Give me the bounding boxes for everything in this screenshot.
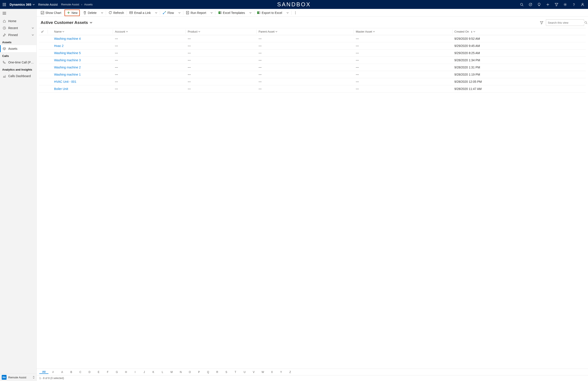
up-down-icon[interactable] [33,376,35,379]
jump-letter[interactable]: M [167,371,176,374]
jump-letter[interactable]: T [231,371,240,374]
cell-product: --- [186,42,256,49]
jump-letter[interactable]: Z [286,371,295,374]
jump-letter[interactable]: L [158,371,167,374]
asset-name-link[interactable]: Hvac 2 [54,44,64,48]
excel-tpl-dropdown[interactable] [247,10,254,16]
search-icon[interactable] [584,21,587,24]
jump-letter[interactable]: E [94,371,103,374]
jump-letter[interactable]: # [48,371,58,374]
jump-letter[interactable]: Q [204,371,213,374]
jump-letter[interactable]: H [121,371,130,374]
col-parent-label: Parent Asset [258,30,274,33]
svg-rect-3 [3,4,3,5]
jump-letter[interactable]: W [258,371,267,374]
nav-onetime-call[interactable]: One-time Call (Previ... [0,59,37,66]
new-button[interactable]: New [64,10,80,16]
table-row[interactable]: Washing machine 2------------9/28/2020 1… [39,64,586,71]
col-parent[interactable]: Parent Asset [256,28,354,35]
jump-letter[interactable]: All [39,370,48,374]
col-created-label: Created On [454,30,469,33]
jump-letter[interactable]: U [240,371,249,374]
breadcrumb-page[interactable]: Assets [84,3,93,6]
delete-dropdown[interactable] [99,10,105,16]
app-launcher-icon[interactable] [2,2,7,7]
asset-name-link[interactable]: Washing Machine 5 [54,51,81,55]
jump-letter[interactable]: P [194,371,204,374]
email-link-button[interactable]: Email a Link [127,10,153,16]
jump-letter[interactable]: O [185,371,194,374]
asset-name-link[interactable]: HVAC Unit - 001 [54,80,76,84]
app-name[interactable]: Dynamics 365 [10,3,31,6]
help-icon[interactable] [572,3,576,6]
hamburger-icon[interactable] [0,9,37,18]
excel-templates-button[interactable]: XExcel Templates [216,10,247,16]
col-master[interactable]: Master Asset [354,28,452,35]
email-dropdown[interactable] [153,10,159,16]
flow-button[interactable]: Flow [161,10,176,16]
col-created[interactable]: Created On [452,28,586,35]
jump-letter[interactable]: G [112,371,121,374]
nav-calls-dashboard[interactable]: Calls Dashboard [0,73,37,80]
run-report-dropdown[interactable] [208,10,215,16]
search-icon[interactable] [520,3,524,6]
asset-name-link[interactable]: Washing machine 2 [54,65,81,69]
jump-letter[interactable]: X [267,371,276,374]
table-row[interactable]: Hvac 2------------9/29/2020 9:45 AM [39,42,586,49]
asset-name-link[interactable]: Washing machine 4 [54,37,81,41]
col-product[interactable]: Product [186,28,256,35]
jump-letter[interactable]: V [249,371,258,374]
col-select[interactable] [39,28,48,35]
jump-letter[interactable]: N [176,371,185,374]
lightbulb-icon[interactable] [537,3,541,6]
nav-assets[interactable]: Assets [0,45,37,52]
nav-recent[interactable]: Recent [0,24,37,31]
jump-letter[interactable]: D [85,371,94,374]
col-name[interactable]: Name [48,28,113,35]
asset-name-link[interactable]: Boiler Unit [54,87,68,91]
table-row[interactable]: Washing machine 1------------9/28/2020 1… [39,71,586,78]
jump-letter[interactable]: S [222,371,231,374]
jump-letter[interactable]: R [213,371,222,374]
show-chart-button[interactable]: Show Chart [39,10,63,16]
table-row[interactable]: Washing machine 4------------9/29/2020 9… [39,35,586,42]
jump-letter[interactable]: F [103,371,112,374]
jump-letter[interactable]: I [130,371,140,374]
asset-name-link[interactable]: Washing machine 3 [54,58,81,62]
task-icon[interactable] [528,3,532,6]
person-icon[interactable] [581,3,585,6]
run-report-button[interactable]: Run Report [184,10,209,16]
chevron-down-icon[interactable] [90,21,92,24]
plus-icon[interactable] [546,3,550,6]
jump-letter[interactable]: Y [276,371,286,374]
jump-letter[interactable]: K [149,371,158,374]
app-chevron-icon[interactable] [33,3,35,6]
table-row[interactable]: Washing Machine 5------------9/29/2020 8… [39,49,586,57]
table-row[interactable]: Washing machine 3------------9/28/2020 1… [39,57,586,64]
sidebar-footer[interactable]: RA Remote Assist [0,373,37,381]
view-title[interactable]: Active Customer Assets [41,20,88,25]
export-dropdown[interactable] [284,10,291,16]
jump-letter[interactable]: B [67,371,76,374]
nav-pinned[interactable]: Pinned [0,31,37,39]
cell-product: --- [186,35,256,42]
table-row[interactable]: HVAC Unit - 001------------9/28/2020 12:… [39,78,586,85]
delete-button[interactable]: Delete [81,10,99,16]
col-account[interactable]: Account [113,28,186,35]
refresh-button[interactable]: Refresh [106,10,126,16]
filter-icon[interactable] [540,21,543,24]
search-input[interactable] [548,21,584,24]
jump-letter[interactable]: A [58,371,67,374]
gear-icon[interactable] [563,3,567,6]
asset-name-link[interactable]: Washing machine 1 [54,73,81,76]
more-commands-icon[interactable] [293,11,298,14]
export-excel-button[interactable]: XExport to Excel [255,10,284,16]
flow-dropdown[interactable] [176,10,183,16]
jump-letter[interactable]: C [76,371,85,374]
environment-name[interactable]: Remote Assist [38,3,58,6]
jump-letter[interactable]: J [140,371,149,374]
filter-icon[interactable] [555,3,558,6]
table-row[interactable]: Boiler Unit------------9/28/2020 11:47 A… [39,85,586,93]
nav-home[interactable]: Home [0,18,37,24]
breadcrumb-area[interactable]: Remote Assist [61,3,79,6]
